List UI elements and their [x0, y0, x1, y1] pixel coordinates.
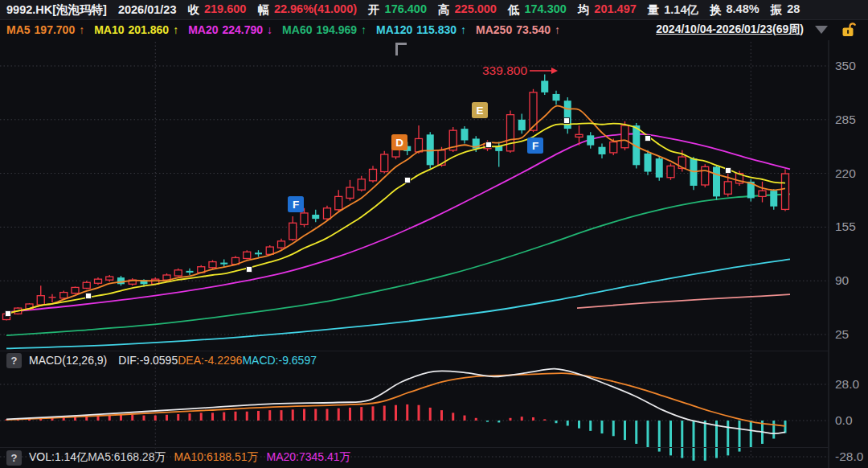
candle[interactable]: [186, 269, 194, 275]
event-badge-D[interactable]: D: [391, 134, 407, 150]
candle[interactable]: [507, 110, 514, 152]
macd-axis-label: 0.0: [835, 413, 853, 427]
candle[interactable]: [117, 276, 125, 285]
candle[interactable]: [713, 165, 720, 199]
symbol-title: 9992.HK[泡泡玛特]: [6, 2, 107, 18]
candle[interactable]: [220, 259, 227, 266]
candle[interactable]: [312, 210, 319, 222]
candle[interactable]: [106, 275, 113, 281]
event-badge-F[interactable]: F: [527, 138, 543, 154]
candle[interactable]: [72, 286, 79, 294]
ma-item-ma5: MA5197.700↑: [6, 23, 84, 36]
candle[interactable]: [83, 281, 90, 289]
macd-histogram-bar: [303, 409, 305, 421]
macd-dif-value: DIF:-9.0595: [118, 354, 178, 367]
candle[interactable]: [587, 132, 594, 149]
candle[interactable]: [278, 239, 285, 249]
macd-dea-value: DEA:-4.2296: [178, 354, 242, 367]
candle[interactable]: [416, 125, 423, 154]
candle[interactable]: [564, 97, 571, 133]
candle[interactable]: [381, 151, 388, 174]
candle[interactable]: [645, 150, 652, 175]
macd-histogram-bar: [486, 421, 489, 422]
help-icon[interactable]: ?: [6, 353, 22, 368]
date-range-selector[interactable]: 2024/10/04-2026/01/23(69周): [656, 23, 804, 37]
candle[interactable]: [335, 190, 342, 211]
candle[interactable]: [702, 164, 709, 187]
candle[interactable]: [518, 114, 526, 134]
price-axis-label: 220: [835, 166, 856, 180]
candle[interactable]: [358, 176, 365, 192]
macd-axis-label: 28.0: [835, 377, 860, 391]
macd-histogram-bar: [200, 413, 203, 421]
macd-histogram-bar: [647, 421, 649, 448]
macd-histogram-bar: [372, 406, 375, 421]
ma-indicator-bar: MA5197.700↑MA10201.860↑MA20224.790↓MA601…: [0, 20, 868, 39]
macd-histogram-bar: [510, 418, 512, 421]
macd-histogram-bar: [784, 421, 787, 433]
macd-histogram-bar: [395, 405, 397, 421]
candle[interactable]: [289, 216, 297, 241]
candle[interactable]: [599, 144, 606, 158]
macd-histogram-bar: [624, 421, 626, 440]
volume-ma10-value: MA10:6188.51万: [174, 450, 258, 465]
candle[interactable]: [129, 278, 136, 285]
candle[interactable]: [49, 294, 56, 302]
macd-histogram-bar: [704, 421, 706, 461]
ma-items: MA5197.700↑MA10201.860↑MA20224.790↓MA601…: [6, 23, 560, 36]
macd-histogram-bar: [246, 412, 248, 421]
quote-date: 2026/01/23: [118, 3, 177, 16]
candle[interactable]: [346, 180, 354, 201]
trade-marker: [247, 267, 252, 273]
chevron-down-icon[interactable]: [815, 26, 828, 34]
candle[interactable]: [370, 166, 377, 183]
candle[interactable]: [782, 169, 789, 211]
candle[interactable]: [244, 250, 251, 259]
macd-indicator-name: MACD(12,26,9): [29, 354, 107, 367]
macd-histogram-bar: [612, 421, 615, 436]
macd-histogram-bar: [567, 421, 569, 425]
macd-histogram-bar: [532, 417, 534, 421]
range-cluster: 2024/10/04-2026/01/23(69周): [656, 21, 868, 39]
trade-marker: [645, 136, 651, 142]
candle[interactable]: [541, 74, 548, 94]
macd-histogram-bar: [681, 421, 683, 458]
macd-histogram-bar: [475, 418, 477, 421]
ma120-line: [6, 259, 790, 348]
ma-item-ma120: MA120115.830↑: [376, 23, 466, 36]
candle[interactable]: [209, 261, 216, 269]
candle[interactable]: [667, 163, 674, 180]
macd-histogram-bar: [601, 421, 604, 433]
candle[interactable]: [37, 285, 44, 306]
candle[interactable]: [60, 291, 68, 299]
macd-histogram-bar: [669, 421, 672, 455]
price-axis-label: 350: [835, 59, 856, 72]
panel-divider-macd: [0, 351, 829, 351]
candle[interactable]: [770, 189, 777, 210]
help-icon[interactable]: ?: [6, 450, 22, 466]
candle[interactable]: [95, 277, 102, 285]
trade-marker: [486, 142, 492, 148]
price-chart-svg[interactable]: FDEF339.800350285220155902528.00.0-28.0: [0, 0, 868, 468]
candle[interactable]: [174, 269, 182, 277]
candle[interactable]: [461, 126, 469, 144]
event-badge-F[interactable]: F: [288, 196, 304, 212]
candle[interactable]: [255, 250, 262, 257]
macd-histogram-bar: [429, 408, 432, 421]
quote-field: 幅22.96%(41.000): [257, 2, 357, 18]
macd-histogram-bar: [578, 421, 580, 429]
macd-histogram-bar: [280, 410, 283, 421]
candle[interactable]: [553, 91, 560, 105]
candle[interactable]: [759, 182, 766, 203]
macd-histogram-bar: [292, 409, 294, 421]
macd-histogram-bar: [189, 413, 191, 421]
candle[interactable]: [656, 156, 663, 181]
crosshair-corner-icon: [395, 43, 407, 55]
macd-histogram-bar: [349, 408, 351, 421]
event-badge-E[interactable]: E: [472, 102, 488, 118]
candle[interactable]: [724, 170, 731, 196]
candle[interactable]: [690, 157, 698, 190]
trade-marker: [405, 178, 411, 183]
macd-histogram-bar: [418, 405, 420, 421]
unlock-icon[interactable]: [839, 21, 857, 39]
